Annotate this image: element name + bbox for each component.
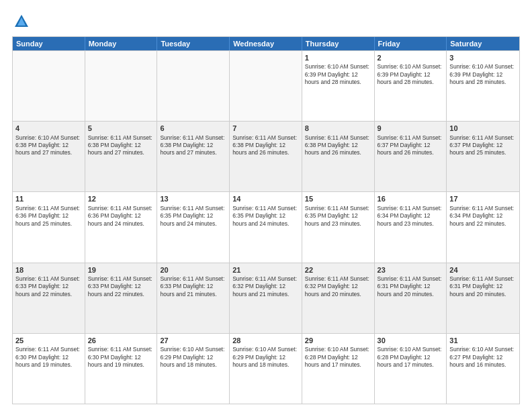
calendar-cell: 24Sunrise: 6:11 AM Sunset: 6:31 PM Dayli… (447, 263, 519, 333)
calendar-day-header: Thursday (302, 37, 375, 50)
day-number: 18 (15, 265, 82, 275)
calendar-cell: 25Sunrise: 6:11 AM Sunset: 6:30 PM Dayli… (13, 334, 85, 404)
calendar-cell (157, 51, 230, 121)
day-number: 7 (232, 124, 299, 133)
day-number: 11 (15, 194, 82, 203)
day-number: 2 (378, 53, 444, 62)
cell-daylight-info: Sunrise: 6:10 AM Sunset: 6:29 PM Dayligh… (160, 346, 226, 369)
cell-daylight-info: Sunrise: 6:11 AM Sunset: 6:33 PM Dayligh… (160, 275, 226, 298)
calendar-week-row: 1Sunrise: 6:10 AM Sunset: 6:39 PM Daylig… (13, 50, 519, 121)
day-number: 20 (160, 265, 226, 275)
header (12, 12, 520, 31)
day-number: 21 (232, 265, 299, 275)
cell-daylight-info: Sunrise: 6:11 AM Sunset: 6:30 PM Dayligh… (15, 346, 82, 369)
day-number: 23 (378, 265, 444, 275)
day-number: 26 (88, 336, 154, 345)
day-number: 27 (160, 336, 226, 345)
day-number: 4 (15, 124, 82, 133)
calendar-cell: 22Sunrise: 6:11 AM Sunset: 6:32 PM Dayli… (302, 263, 375, 333)
cell-daylight-info: Sunrise: 6:10 AM Sunset: 6:27 PM Dayligh… (449, 346, 517, 369)
calendar-cell: 23Sunrise: 6:11 AM Sunset: 6:31 PM Dayli… (375, 263, 447, 333)
calendar-cell: 3Sunrise: 6:10 AM Sunset: 6:39 PM Daylig… (447, 51, 519, 121)
calendar-cell: 12Sunrise: 6:11 AM Sunset: 6:36 PM Dayli… (85, 192, 158, 262)
cell-daylight-info: Sunrise: 6:11 AM Sunset: 6:33 PM Dayligh… (15, 275, 82, 298)
calendar-day-header: Saturday (447, 37, 519, 50)
cell-daylight-info: Sunrise: 6:11 AM Sunset: 6:34 PM Dayligh… (449, 205, 517, 228)
cell-daylight-info: Sunrise: 6:11 AM Sunset: 6:32 PM Dayligh… (305, 275, 371, 298)
calendar-cell: 17Sunrise: 6:11 AM Sunset: 6:34 PM Dayli… (447, 192, 519, 262)
cell-daylight-info: Sunrise: 6:11 AM Sunset: 6:31 PM Dayligh… (378, 275, 444, 298)
cell-daylight-info: Sunrise: 6:10 AM Sunset: 6:39 PM Dayligh… (449, 63, 517, 86)
calendar-cell: 29Sunrise: 6:10 AM Sunset: 6:28 PM Dayli… (302, 334, 375, 404)
cell-daylight-info: Sunrise: 6:10 AM Sunset: 6:29 PM Dayligh… (232, 346, 299, 369)
calendar-cell: 15Sunrise: 6:11 AM Sunset: 6:35 PM Dayli… (302, 192, 375, 262)
calendar-cell: 18Sunrise: 6:11 AM Sunset: 6:33 PM Dayli… (13, 263, 85, 333)
calendar-week-row: 11Sunrise: 6:11 AM Sunset: 6:36 PM Dayli… (13, 191, 519, 262)
calendar-cell: 30Sunrise: 6:10 AM Sunset: 6:28 PM Dayli… (375, 334, 447, 404)
calendar-cell: 27Sunrise: 6:10 AM Sunset: 6:29 PM Dayli… (157, 334, 230, 404)
day-number: 14 (232, 194, 299, 203)
day-number: 5 (88, 124, 154, 133)
day-number: 17 (449, 194, 517, 203)
cell-daylight-info: Sunrise: 6:11 AM Sunset: 6:36 PM Dayligh… (15, 205, 82, 228)
day-number: 19 (88, 265, 154, 275)
day-number: 1 (305, 53, 371, 62)
day-number: 22 (305, 265, 371, 275)
day-number: 8 (305, 124, 371, 133)
calendar-cell: 19Sunrise: 6:11 AM Sunset: 6:33 PM Dayli… (85, 263, 158, 333)
cell-daylight-info: Sunrise: 6:11 AM Sunset: 6:34 PM Dayligh… (378, 205, 444, 228)
calendar-cell: 9Sunrise: 6:11 AM Sunset: 6:37 PM Daylig… (375, 122, 447, 191)
calendar-week-row: 4Sunrise: 6:10 AM Sunset: 6:38 PM Daylig… (13, 121, 519, 191)
calendar-cell: 20Sunrise: 6:11 AM Sunset: 6:33 PM Dayli… (157, 263, 230, 333)
calendar-week-row: 18Sunrise: 6:11 AM Sunset: 6:33 PM Dayli… (13, 263, 519, 333)
calendar-cell (85, 51, 158, 121)
calendar-week-row: 25Sunrise: 6:11 AM Sunset: 6:30 PM Dayli… (13, 333, 519, 404)
calendar-cell (13, 51, 85, 121)
day-number: 29 (305, 336, 371, 345)
calendar-cell: 8Sunrise: 6:11 AM Sunset: 6:38 PM Daylig… (302, 122, 375, 191)
day-number: 12 (88, 194, 154, 203)
calendar-cell: 16Sunrise: 6:11 AM Sunset: 6:34 PM Dayli… (375, 192, 447, 262)
calendar-cell: 5Sunrise: 6:11 AM Sunset: 6:38 PM Daylig… (85, 122, 158, 191)
page: SundayMondayTuesdayWednesdayThursdayFrid… (0, 0, 532, 411)
calendar-cell: 7Sunrise: 6:11 AM Sunset: 6:38 PM Daylig… (230, 122, 302, 191)
logo-icon (12, 12, 31, 31)
cell-daylight-info: Sunrise: 6:10 AM Sunset: 6:39 PM Dayligh… (305, 63, 371, 86)
day-number: 15 (305, 194, 371, 203)
calendar-day-header: Tuesday (157, 37, 230, 50)
calendar-cell: 6Sunrise: 6:11 AM Sunset: 6:38 PM Daylig… (157, 122, 230, 191)
cell-daylight-info: Sunrise: 6:11 AM Sunset: 6:31 PM Dayligh… (449, 275, 517, 298)
cell-daylight-info: Sunrise: 6:11 AM Sunset: 6:37 PM Dayligh… (378, 134, 444, 157)
day-number: 3 (449, 53, 517, 62)
calendar: SundayMondayTuesdayWednesdayThursdayFrid… (12, 36, 520, 404)
cell-daylight-info: Sunrise: 6:11 AM Sunset: 6:37 PM Dayligh… (449, 134, 517, 157)
day-number: 16 (378, 194, 444, 203)
day-number: 25 (15, 336, 82, 345)
cell-daylight-info: Sunrise: 6:11 AM Sunset: 6:30 PM Dayligh… (88, 346, 154, 369)
calendar-day-header: Friday (375, 37, 447, 50)
cell-daylight-info: Sunrise: 6:10 AM Sunset: 6:28 PM Dayligh… (378, 346, 444, 369)
cell-daylight-info: Sunrise: 6:11 AM Sunset: 6:38 PM Dayligh… (232, 134, 299, 157)
cell-daylight-info: Sunrise: 6:11 AM Sunset: 6:38 PM Dayligh… (88, 134, 154, 157)
calendar-cell: 13Sunrise: 6:11 AM Sunset: 6:35 PM Dayli… (157, 192, 230, 262)
logo (12, 12, 34, 31)
cell-daylight-info: Sunrise: 6:10 AM Sunset: 6:38 PM Dayligh… (15, 134, 82, 157)
cell-daylight-info: Sunrise: 6:11 AM Sunset: 6:35 PM Dayligh… (232, 205, 299, 228)
calendar-cell: 1Sunrise: 6:10 AM Sunset: 6:39 PM Daylig… (302, 51, 375, 121)
calendar-day-header: Sunday (13, 37, 85, 50)
calendar-cell: 2Sunrise: 6:10 AM Sunset: 6:39 PM Daylig… (375, 51, 447, 121)
calendar-cell: 31Sunrise: 6:10 AM Sunset: 6:27 PM Dayli… (447, 334, 519, 404)
cell-daylight-info: Sunrise: 6:11 AM Sunset: 6:38 PM Dayligh… (160, 134, 226, 157)
calendar-cell (230, 51, 302, 121)
day-number: 24 (449, 265, 517, 275)
cell-daylight-info: Sunrise: 6:11 AM Sunset: 6:33 PM Dayligh… (88, 275, 154, 298)
cell-daylight-info: Sunrise: 6:10 AM Sunset: 6:39 PM Dayligh… (378, 63, 444, 86)
day-number: 31 (449, 336, 517, 345)
day-number: 28 (232, 336, 299, 345)
cell-daylight-info: Sunrise: 6:11 AM Sunset: 6:38 PM Dayligh… (305, 134, 371, 157)
calendar-header: SundayMondayTuesdayWednesdayThursdayFrid… (13, 37, 519, 50)
day-number: 10 (449, 124, 517, 133)
cell-daylight-info: Sunrise: 6:11 AM Sunset: 6:35 PM Dayligh… (160, 205, 226, 228)
calendar-cell: 10Sunrise: 6:11 AM Sunset: 6:37 PM Dayli… (447, 122, 519, 191)
day-number: 30 (378, 336, 444, 345)
